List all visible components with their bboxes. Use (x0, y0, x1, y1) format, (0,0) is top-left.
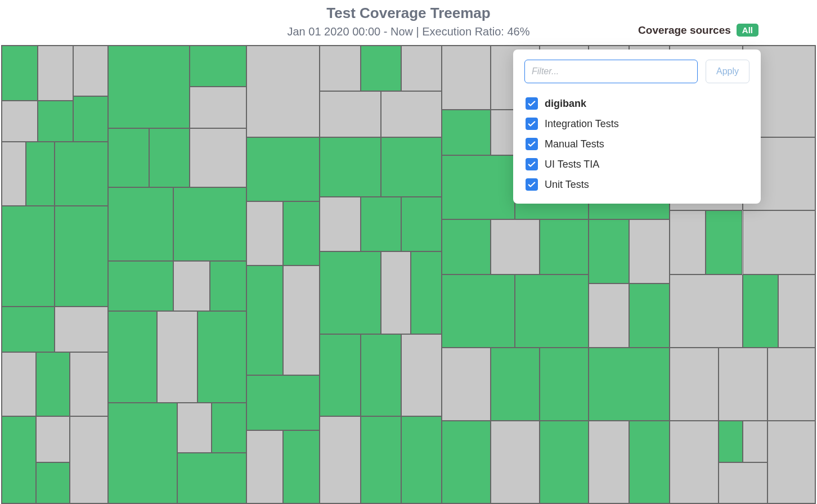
treemap-cell[interactable] (173, 187, 246, 260)
treemap-cell[interactable] (670, 421, 719, 503)
treemap-cell[interactable] (26, 142, 55, 206)
treemap-cell[interactable] (540, 219, 589, 274)
treemap-cell[interactable] (2, 307, 55, 352)
treemap-cell[interactable] (36, 352, 70, 416)
treemap-cell[interactable] (246, 430, 283, 503)
treemap-cell[interactable] (36, 416, 70, 462)
checkbox-checked-icon[interactable] (526, 178, 538, 191)
treemap-cell[interactable] (73, 96, 108, 142)
treemap-cell[interactable] (719, 462, 767, 503)
treemap-cell[interactable] (629, 421, 670, 503)
treemap-cell[interactable] (719, 421, 743, 462)
treemap-cell[interactable] (670, 348, 719, 421)
source-item[interactable]: Integration Tests (524, 114, 749, 134)
treemap-cell[interactable] (491, 219, 540, 274)
treemap-cell[interactable] (173, 261, 210, 312)
treemap-cell[interactable] (2, 46, 38, 101)
coverage-sources-toggle[interactable]: Coverage sources All (638, 24, 758, 37)
treemap-cell[interactable] (320, 416, 360, 503)
treemap-cell[interactable] (55, 307, 108, 352)
treemap-cell[interactable] (55, 206, 108, 307)
treemap-cell[interactable] (589, 284, 629, 348)
sources-filter-input[interactable] (524, 60, 698, 83)
treemap-cell[interactable] (361, 416, 401, 503)
treemap-cell[interactable] (442, 348, 491, 421)
treemap-cell[interactable] (320, 137, 380, 197)
treemap-cell[interactable] (320, 251, 380, 334)
treemap-cell[interactable] (108, 128, 149, 188)
treemap-cell[interactable] (283, 430, 320, 503)
treemap-cell[interactable] (177, 403, 212, 453)
treemap-cell[interactable] (767, 348, 815, 421)
treemap-cell[interactable] (491, 348, 540, 421)
treemap-cell[interactable] (73, 46, 108, 96)
treemap-cell[interactable] (381, 137, 442, 197)
treemap-cell[interactable] (246, 266, 283, 375)
source-item[interactable]: Manual Tests (524, 134, 749, 154)
treemap-cell[interactable] (246, 201, 283, 266)
treemap-cell[interactable] (401, 416, 442, 503)
treemap-cell[interactable] (589, 348, 670, 421)
checkbox-checked-icon[interactable] (526, 118, 538, 130)
treemap-cell[interactable] (320, 197, 360, 252)
treemap-cell[interactable] (442, 46, 491, 110)
treemap-cell[interactable] (491, 421, 540, 503)
treemap-cell[interactable] (361, 334, 401, 417)
treemap-cell[interactable] (442, 155, 515, 219)
treemap-cell[interactable] (70, 416, 108, 503)
treemap-cell[interactable] (210, 261, 246, 312)
treemap-cell[interactable] (2, 416, 36, 503)
source-item[interactable]: UI Tests TIA (524, 154, 749, 174)
treemap-cell[interactable] (190, 87, 246, 128)
treemap-cell[interactable] (629, 219, 670, 284)
treemap-cell[interactable] (2, 142, 26, 206)
checkbox-checked-icon[interactable] (526, 158, 538, 170)
treemap-cell[interactable] (401, 334, 442, 417)
treemap-cell[interactable] (283, 266, 320, 375)
checkbox-checked-icon[interactable] (526, 138, 538, 150)
treemap-cell[interactable] (629, 284, 670, 348)
treemap-cell[interactable] (38, 101, 74, 142)
treemap-cell[interactable] (540, 421, 589, 503)
treemap-cell[interactable] (55, 142, 108, 206)
treemap-cell[interactable] (361, 197, 401, 252)
treemap-cell[interactable] (190, 128, 246, 188)
treemap-cell[interactable] (778, 274, 815, 348)
treemap-cell[interactable] (361, 46, 401, 91)
treemap-cell[interactable] (401, 46, 442, 91)
treemap-cell[interactable] (381, 91, 442, 137)
treemap-cell[interactable] (320, 91, 380, 137)
treemap-cell[interactable] (381, 251, 411, 334)
treemap-cell[interactable] (246, 46, 320, 137)
treemap-cell[interactable] (38, 46, 74, 101)
treemap-cell[interactable] (767, 421, 815, 503)
treemap-cell[interactable] (706, 210, 742, 274)
treemap-cell[interactable] (743, 274, 779, 348)
treemap-cell[interactable] (70, 352, 108, 416)
treemap-cell[interactable] (442, 219, 491, 274)
treemap-cell[interactable] (2, 206, 55, 307)
treemap-cell[interactable] (2, 101, 38, 142)
treemap-cell[interactable] (108, 261, 173, 312)
treemap-cell[interactable] (283, 201, 320, 266)
treemap-cell[interactable] (246, 375, 320, 430)
treemap-cell[interactable] (515, 274, 588, 348)
treemap-cell[interactable] (540, 348, 589, 421)
treemap-cell[interactable] (197, 311, 246, 403)
treemap-cell[interactable] (670, 210, 706, 274)
treemap-cell[interactable] (401, 197, 442, 252)
treemap-cell[interactable] (108, 187, 173, 260)
treemap-cell[interactable] (442, 274, 515, 348)
treemap-cell[interactable] (36, 462, 70, 503)
sources-apply-button[interactable]: Apply (706, 60, 749, 83)
checkbox-checked-icon[interactable] (526, 97, 538, 110)
treemap-cell[interactable] (190, 46, 246, 87)
treemap-cell[interactable] (246, 137, 320, 201)
treemap-cell[interactable] (2, 352, 36, 416)
treemap-cell[interactable] (108, 46, 190, 128)
treemap-cell[interactable] (212, 403, 246, 453)
treemap-cell[interactable] (108, 403, 177, 503)
source-item[interactable]: Unit Tests (524, 174, 749, 195)
treemap-cell[interactable] (108, 311, 157, 403)
treemap-cell[interactable] (149, 128, 190, 188)
